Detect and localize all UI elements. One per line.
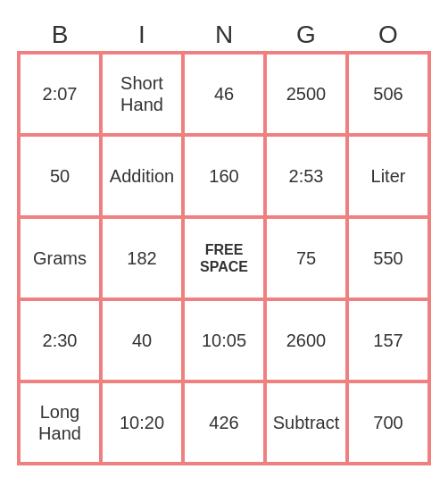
header-g: G (265, 21, 347, 49)
cell-3-1: 40 (101, 299, 183, 381)
header-b: B (19, 21, 101, 49)
cell-4-1: 10:20 (101, 381, 183, 464)
bingo-grid: 2:07 Short Hand 46 2500 506 50 Addition … (17, 51, 431, 465)
cell-1-2: 160 (183, 135, 265, 217)
header-i: I (101, 21, 183, 49)
bingo-header: B I N G O (19, 21, 429, 49)
bingo-container: B I N G O 2:07 Short Hand 46 2500 506 50… (8, 12, 440, 474)
cell-2-3: 75 (265, 217, 347, 299)
cell-0-3: 2500 (265, 53, 347, 135)
cell-2-2-free-space: FREE SPACE (183, 217, 265, 299)
cell-3-0: 2:30 (19, 299, 101, 381)
cell-2-0: Grams (19, 217, 101, 299)
cell-2-4: 550 (347, 217, 429, 299)
cell-0-4: 506 (347, 53, 429, 135)
cell-4-2: 426 (183, 381, 265, 464)
cell-1-3: 2:53 (265, 135, 347, 217)
cell-4-4: 700 (347, 381, 429, 464)
header-o: O (347, 21, 429, 49)
cell-4-0: Long Hand (19, 381, 101, 464)
cell-3-2: 10:05 (183, 299, 265, 381)
cell-3-3: 2600 (265, 299, 347, 381)
cell-1-4: Liter (347, 135, 429, 217)
cell-2-1: 182 (101, 217, 183, 299)
cell-0-2: 46 (183, 53, 265, 135)
cell-4-3: Subtract (265, 381, 347, 464)
header-n: N (183, 21, 265, 49)
cell-1-1: Addition (101, 135, 183, 217)
cell-0-0: 2:07 (19, 53, 101, 135)
cell-3-4: 157 (347, 299, 429, 381)
cell-1-0: 50 (19, 135, 101, 217)
cell-0-1: Short Hand (101, 53, 183, 135)
